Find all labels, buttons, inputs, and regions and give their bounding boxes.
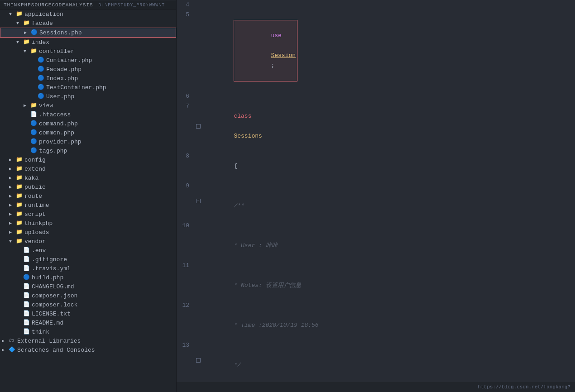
tree-item-think[interactable]: 📄 think [0, 327, 176, 336]
fold-gutter[interactable]: − [195, 101, 202, 151]
tree-item-gitignore[interactable]: 📄 .gitignore [0, 255, 176, 264]
fold-icon[interactable]: − [196, 199, 201, 203]
tree-item-common-php[interactable]: 🔵 common.php [0, 128, 176, 137]
tree-item-htaccess[interactable]: 📄 .htaccess [0, 110, 176, 119]
brace-open: { [234, 163, 237, 169]
fold-icon[interactable]: − [196, 124, 201, 129]
line-number: 7 [177, 101, 195, 151]
tree-item-application[interactable]: ▼ 📁 application [0, 10, 176, 19]
fold-gutter[interactable] [195, 301, 202, 340]
item-label: application [24, 11, 63, 18]
folder-icon: 📁 [15, 220, 23, 227]
tree-item-composer-json[interactable]: 📄 composer.json [0, 291, 176, 300]
tree-item-index[interactable]: ▼ 📁 index [0, 38, 176, 47]
folder-icon: 📁 [15, 192, 23, 200]
tree-item-provider-php[interactable]: 🔵 provider.php [0, 137, 176, 146]
php-file-icon: 🔵 [30, 120, 37, 127]
tree-item-env[interactable]: 📄 .env [0, 246, 176, 255]
code-line-11: 11 * Notes: 设置用户信息 [177, 261, 575, 301]
tree-item-tags-php[interactable]: 🔵 tags.php [0, 146, 176, 155]
tree-item-sessions-php[interactable]: ▶ 🔵 Sessions.php [0, 28, 176, 38]
tree-item-extend[interactable]: ▶ 📁 extend [0, 164, 176, 173]
tree-item-public[interactable]: ▶ 📁 public [0, 182, 176, 191]
code-text[interactable]: * Time :2020/10/19 18:56 [202, 301, 575, 340]
item-label: vendor [24, 238, 46, 245]
item-label: public [24, 184, 46, 191]
project-path: D:\phpstudy_pro\WWW\T [98, 3, 165, 8]
tree-item-changelog[interactable]: 📄 CHANGELOG.md [0, 282, 176, 291]
tree-item-config[interactable]: ▶ 📁 config [0, 155, 176, 164]
code-editor[interactable]: 4 5 use Session ; 6 7 [177, 0, 575, 392]
file-icon: 📄 [23, 256, 30, 263]
item-label: command.php [39, 120, 78, 127]
code-content[interactable]: 4 5 use Session ; 6 7 [177, 0, 575, 392]
tree-item-vendor[interactable]: ▼ 📁 vendor [0, 237, 176, 246]
item-label: TestContainer.php [46, 84, 106, 91]
folder-icon: 📁 [15, 10, 23, 18]
tree-item-facade-php[interactable]: 🔵 Facade.php [0, 65, 176, 74]
fold-gutter[interactable]: − [195, 340, 202, 380]
item-label: view [39, 102, 53, 109]
fold-gutter[interactable] [195, 10, 202, 91]
fold-gutter[interactable]: − [195, 181, 202, 221]
code-text[interactable]: * Notes: 设置用户信息 [202, 261, 575, 301]
tree-item-route[interactable]: ▶ 📁 route [0, 191, 176, 201]
tree-item-index-php[interactable]: 🔵 Index.php [0, 74, 176, 83]
fold-gutter[interactable] [195, 151, 202, 181]
item-label: common.php [39, 129, 74, 136]
class-name-sessions: Sessions [234, 133, 262, 139]
folder-icon: 📁 [23, 38, 30, 46]
php-file-icon: 🔵 [30, 129, 37, 136]
tree-item-license[interactable]: 📄 LICENSE.txt [0, 309, 176, 318]
fold-icon[interactable]: − [196, 358, 201, 363]
tree-item-user-php[interactable]: 🔵 User.php [0, 92, 176, 101]
item-label: LICENSE.txt [32, 311, 71, 317]
code-text[interactable]: use Session ; [202, 10, 575, 91]
tree-item-container-php[interactable]: 🔵 Container.php [0, 56, 176, 65]
folder-icon: 📁 [30, 48, 37, 55]
arrow-icon: ▶ [2, 338, 8, 344]
tree-item-facade[interactable]: ▼ 📁 facade [0, 19, 176, 28]
arrow-icon: ▶ [24, 103, 30, 108]
tree-item-scratches[interactable]: ▶ 🔷 Scratches and Consoles [0, 345, 176, 354]
tree-item-controller[interactable]: ▼ 📁 controller [0, 47, 176, 56]
fold-gutter[interactable] [195, 91, 202, 101]
code-text[interactable]: class Sessions [202, 101, 575, 151]
tree-item-view[interactable]: ▶ 📁 view [0, 101, 176, 110]
tree-item-script[interactable]: ▶ 📁 script [0, 210, 176, 219]
code-text[interactable] [202, 91, 575, 101]
fold-gutter[interactable] [195, 221, 202, 261]
php-file-icon: 🔵 [37, 75, 44, 82]
arrow-icon: ▼ [24, 49, 30, 54]
code-text[interactable]: /** [202, 181, 575, 221]
arrow-icon: ▶ [9, 157, 15, 163]
code-line-4: 4 [177, 0, 575, 10]
tree-item-composer-lock[interactable]: 📄 composer.lock [0, 300, 176, 309]
item-label: controller [39, 48, 74, 55]
code-text[interactable]: * User : 咔咔 [202, 221, 575, 261]
tree-item-testcontainer-php[interactable]: 🔵 TestContainer.php [0, 83, 176, 92]
file-icon: 📄 [23, 283, 30, 290]
arrow-icon: ▶ [9, 166, 15, 172]
tree-item-external-libs[interactable]: ▶ 🗂 External Libraries [0, 336, 176, 345]
code-text[interactable]: */ [202, 340, 575, 380]
folder-icon: 📁 [15, 156, 23, 163]
code-text[interactable] [202, 0, 575, 10]
code-text[interactable]: { [202, 151, 575, 181]
arrow-icon: ▼ [16, 21, 23, 26]
item-label: route [24, 193, 42, 200]
tree-item-build-php[interactable]: 🔵 build.php [0, 273, 176, 282]
tree-item-runtime[interactable]: ▶ 📁 runtime [0, 201, 176, 210]
bottom-bar: https://blog.csdn.net/fangkang7 [177, 382, 575, 392]
sidebar[interactable]: ThinkPHPSourceCodeAnalysis D:\phpstudy_p… [0, 0, 177, 392]
tree-item-readme[interactable]: 📄 README.md [0, 318, 176, 327]
line-number: 13 [177, 340, 195, 380]
tree-item-travis[interactable]: 📄 .travis.yml [0, 264, 176, 273]
tree-item-command-php[interactable]: 🔵 command.php [0, 119, 176, 128]
fold-gutter[interactable] [195, 0, 202, 10]
tree-item-uploads[interactable]: ▶ 📁 uploads [0, 228, 176, 237]
fold-gutter[interactable] [195, 261, 202, 301]
arrow-icon: ▶ [24, 30, 30, 35]
tree-item-kaka[interactable]: ▶ 📁 kaka [0, 173, 176, 182]
tree-item-thinkphp[interactable]: ▶ 📁 thinkphp [0, 219, 176, 228]
